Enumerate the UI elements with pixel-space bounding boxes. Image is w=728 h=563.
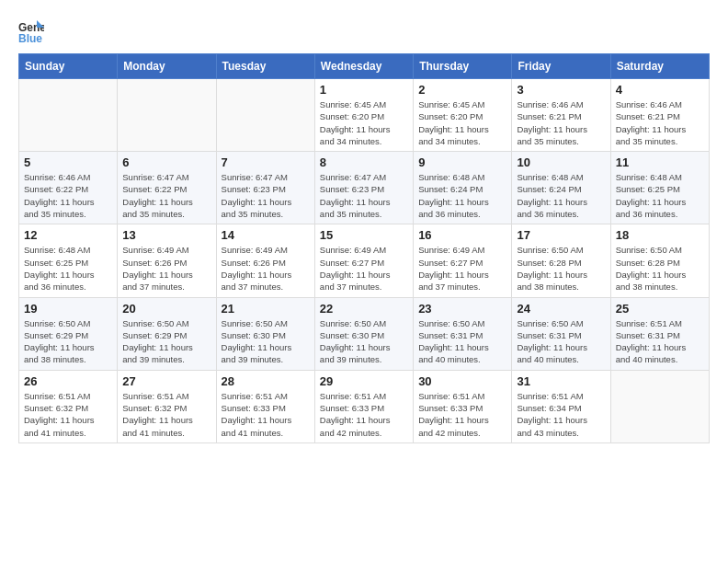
day-number: 9 bbox=[418, 155, 506, 169]
calendar-cell bbox=[19, 79, 118, 152]
calendar-cell: 18Sunrise: 6:50 AMSunset: 6:28 PMDayligh… bbox=[610, 224, 709, 297]
calendar-cell: 26Sunrise: 6:51 AMSunset: 6:32 PMDayligh… bbox=[19, 370, 118, 442]
day-info: Sunrise: 6:51 AMSunset: 6:33 PMDaylight:… bbox=[222, 390, 310, 439]
day-header-sunday: Sunday bbox=[19, 54, 118, 79]
day-number: 3 bbox=[517, 83, 605, 97]
day-header-friday: Friday bbox=[512, 54, 610, 79]
day-number: 23 bbox=[418, 302, 506, 316]
logo: General Blue bbox=[18, 18, 48, 44]
calendar-header-row: SundayMondayTuesdayWednesdayThursdayFrid… bbox=[19, 54, 710, 79]
day-info: Sunrise: 6:49 AMSunset: 6:27 PMDaylight:… bbox=[320, 244, 408, 293]
day-number: 15 bbox=[320, 228, 408, 242]
calendar-cell bbox=[118, 79, 216, 152]
day-info: Sunrise: 6:45 AMSunset: 6:20 PMDaylight:… bbox=[418, 98, 506, 147]
day-info: Sunrise: 6:48 AMSunset: 6:24 PMDaylight:… bbox=[418, 171, 506, 220]
calendar-cell: 22Sunrise: 6:50 AMSunset: 6:30 PMDayligh… bbox=[314, 297, 413, 370]
calendar-cell: 13Sunrise: 6:49 AMSunset: 6:26 PMDayligh… bbox=[118, 224, 216, 297]
day-header-wednesday: Wednesday bbox=[314, 54, 413, 79]
calendar-cell: 11Sunrise: 6:48 AMSunset: 6:25 PMDayligh… bbox=[610, 152, 709, 224]
day-info: Sunrise: 6:50 AMSunset: 6:28 PMDaylight:… bbox=[616, 244, 704, 293]
day-number: 16 bbox=[418, 228, 506, 242]
day-info: Sunrise: 6:50 AMSunset: 6:29 PMDaylight:… bbox=[24, 317, 112, 366]
calendar-week-row: 26Sunrise: 6:51 AMSunset: 6:32 PMDayligh… bbox=[19, 370, 710, 442]
calendar-week-row: 19Sunrise: 6:50 AMSunset: 6:29 PMDayligh… bbox=[19, 297, 710, 370]
day-number: 30 bbox=[418, 374, 506, 388]
day-info: Sunrise: 6:48 AMSunset: 6:24 PMDaylight:… bbox=[517, 171, 605, 220]
day-number: 17 bbox=[517, 228, 605, 242]
calendar-cell: 28Sunrise: 6:51 AMSunset: 6:33 PMDayligh… bbox=[216, 370, 314, 442]
calendar-cell: 15Sunrise: 6:49 AMSunset: 6:27 PMDayligh… bbox=[314, 224, 413, 297]
calendar-cell: 31Sunrise: 6:51 AMSunset: 6:34 PMDayligh… bbox=[512, 370, 610, 442]
day-info: Sunrise: 6:50 AMSunset: 6:29 PMDaylight:… bbox=[122, 317, 210, 366]
day-header-saturday: Saturday bbox=[610, 54, 709, 79]
day-number: 10 bbox=[517, 155, 605, 169]
day-number: 7 bbox=[222, 155, 310, 169]
day-number: 21 bbox=[222, 302, 310, 316]
calendar-cell bbox=[610, 370, 709, 442]
calendar-cell: 17Sunrise: 6:50 AMSunset: 6:28 PMDayligh… bbox=[512, 224, 610, 297]
day-number: 28 bbox=[222, 374, 310, 388]
day-number: 22 bbox=[320, 302, 408, 316]
day-info: Sunrise: 6:51 AMSunset: 6:34 PMDaylight:… bbox=[517, 390, 605, 439]
day-info: Sunrise: 6:47 AMSunset: 6:22 PMDaylight:… bbox=[122, 171, 210, 220]
calendar-cell: 27Sunrise: 6:51 AMSunset: 6:32 PMDayligh… bbox=[118, 370, 216, 442]
day-info: Sunrise: 6:47 AMSunset: 6:23 PMDaylight:… bbox=[320, 171, 408, 220]
day-info: Sunrise: 6:51 AMSunset: 6:33 PMDaylight:… bbox=[320, 390, 408, 439]
day-number: 19 bbox=[24, 302, 112, 316]
day-info: Sunrise: 6:50 AMSunset: 6:31 PMDaylight:… bbox=[418, 317, 506, 366]
calendar-cell: 6Sunrise: 6:47 AMSunset: 6:22 PMDaylight… bbox=[118, 152, 216, 224]
day-number: 25 bbox=[616, 302, 704, 316]
calendar-cell: 25Sunrise: 6:51 AMSunset: 6:31 PMDayligh… bbox=[610, 297, 709, 370]
calendar-cell: 3Sunrise: 6:46 AMSunset: 6:21 PMDaylight… bbox=[512, 79, 610, 152]
day-info: Sunrise: 6:46 AMSunset: 6:21 PMDaylight:… bbox=[517, 98, 605, 147]
logo-icon: General Blue bbox=[18, 18, 44, 44]
day-number: 5 bbox=[24, 155, 112, 169]
calendar-cell bbox=[216, 79, 314, 152]
day-number: 11 bbox=[616, 155, 704, 169]
calendar-cell: 16Sunrise: 6:49 AMSunset: 6:27 PMDayligh… bbox=[414, 224, 512, 297]
calendar-cell: 23Sunrise: 6:50 AMSunset: 6:31 PMDayligh… bbox=[414, 297, 512, 370]
day-header-thursday: Thursday bbox=[414, 54, 512, 79]
day-number: 26 bbox=[24, 374, 112, 388]
day-info: Sunrise: 6:50 AMSunset: 6:30 PMDaylight:… bbox=[222, 317, 310, 366]
calendar-cell: 7Sunrise: 6:47 AMSunset: 6:23 PMDaylight… bbox=[216, 152, 314, 224]
calendar-cell: 29Sunrise: 6:51 AMSunset: 6:33 PMDayligh… bbox=[314, 370, 413, 442]
day-number: 6 bbox=[122, 155, 210, 169]
day-info: Sunrise: 6:49 AMSunset: 6:26 PMDaylight:… bbox=[122, 244, 210, 293]
day-number: 18 bbox=[616, 228, 704, 242]
day-number: 14 bbox=[222, 228, 310, 242]
day-number: 31 bbox=[517, 374, 605, 388]
day-number: 8 bbox=[320, 155, 408, 169]
calendar-week-row: 5Sunrise: 6:46 AMSunset: 6:22 PMDaylight… bbox=[19, 152, 710, 224]
calendar-cell: 24Sunrise: 6:50 AMSunset: 6:31 PMDayligh… bbox=[512, 297, 610, 370]
day-number: 12 bbox=[24, 228, 112, 242]
day-info: Sunrise: 6:50 AMSunset: 6:28 PMDaylight:… bbox=[517, 244, 605, 293]
calendar-cell: 14Sunrise: 6:49 AMSunset: 6:26 PMDayligh… bbox=[216, 224, 314, 297]
calendar-cell: 20Sunrise: 6:50 AMSunset: 6:29 PMDayligh… bbox=[118, 297, 216, 370]
calendar-cell: 5Sunrise: 6:46 AMSunset: 6:22 PMDaylight… bbox=[19, 152, 118, 224]
calendar-cell: 8Sunrise: 6:47 AMSunset: 6:23 PMDaylight… bbox=[314, 152, 413, 224]
calendar-cell: 30Sunrise: 6:51 AMSunset: 6:33 PMDayligh… bbox=[414, 370, 512, 442]
page-header: General Blue bbox=[18, 18, 710, 44]
day-info: Sunrise: 6:51 AMSunset: 6:33 PMDaylight:… bbox=[418, 390, 506, 439]
calendar-cell: 10Sunrise: 6:48 AMSunset: 6:24 PMDayligh… bbox=[512, 152, 610, 224]
day-info: Sunrise: 6:51 AMSunset: 6:32 PMDaylight:… bbox=[24, 390, 112, 439]
calendar-cell: 4Sunrise: 6:46 AMSunset: 6:21 PMDaylight… bbox=[610, 79, 709, 152]
day-info: Sunrise: 6:50 AMSunset: 6:31 PMDaylight:… bbox=[517, 317, 605, 366]
calendar-cell: 1Sunrise: 6:45 AMSunset: 6:20 PMDaylight… bbox=[314, 79, 413, 152]
calendar-week-row: 1Sunrise: 6:45 AMSunset: 6:20 PMDaylight… bbox=[19, 79, 710, 152]
calendar-cell: 2Sunrise: 6:45 AMSunset: 6:20 PMDaylight… bbox=[414, 79, 512, 152]
calendar-cell: 9Sunrise: 6:48 AMSunset: 6:24 PMDaylight… bbox=[414, 152, 512, 224]
day-info: Sunrise: 6:46 AMSunset: 6:21 PMDaylight:… bbox=[616, 98, 704, 147]
day-number: 1 bbox=[320, 83, 408, 97]
calendar-week-row: 12Sunrise: 6:48 AMSunset: 6:25 PMDayligh… bbox=[19, 224, 710, 297]
day-number: 27 bbox=[122, 374, 210, 388]
day-header-monday: Monday bbox=[118, 54, 216, 79]
day-info: Sunrise: 6:49 AMSunset: 6:26 PMDaylight:… bbox=[222, 244, 310, 293]
day-number: 2 bbox=[418, 83, 506, 97]
day-info: Sunrise: 6:47 AMSunset: 6:23 PMDaylight:… bbox=[222, 171, 310, 220]
day-number: 4 bbox=[616, 83, 704, 97]
calendar-table: SundayMondayTuesdayWednesdayThursdayFrid… bbox=[18, 53, 710, 443]
calendar-cell: 21Sunrise: 6:50 AMSunset: 6:30 PMDayligh… bbox=[216, 297, 314, 370]
day-info: Sunrise: 6:51 AMSunset: 6:32 PMDaylight:… bbox=[122, 390, 210, 439]
